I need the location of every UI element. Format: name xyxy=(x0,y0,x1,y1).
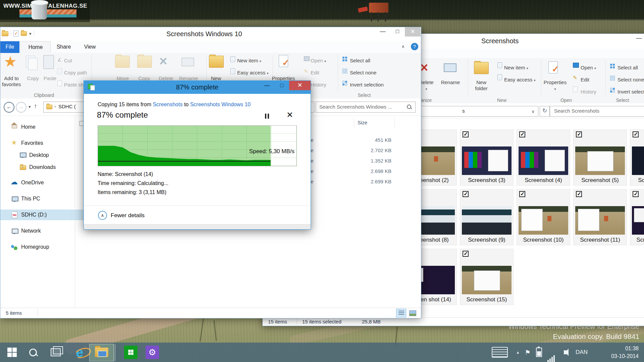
new-folder-button[interactable]: New xyxy=(467,79,496,85)
search-icon[interactable] xyxy=(407,105,411,109)
win2-minimize-button[interactable]: — xyxy=(632,34,644,43)
destination-folder-link[interactable]: Screenshots Windows 10 xyxy=(190,102,251,107)
add-to-favorites-line2[interactable]: favorites xyxy=(0,81,22,87)
win1-minimize-button[interactable]: — xyxy=(375,27,390,37)
source-folder-link[interactable]: Screenshots xyxy=(153,102,183,107)
taskbar-clock[interactable]: 01:38 03-10-2014 xyxy=(595,345,639,360)
cancel-copy-button[interactable]: ✕ xyxy=(286,110,293,120)
tab-view[interactable]: View xyxy=(77,41,102,53)
up-button[interactable]: ↑ xyxy=(34,103,37,110)
checkbox-checked[interactable] xyxy=(519,191,525,197)
help-icon[interactable]: ? xyxy=(411,43,418,50)
select-all-button[interactable]: Select all xyxy=(618,65,638,70)
task-view-button[interactable] xyxy=(48,343,64,362)
action-center-flag-icon[interactable]: ⚑ xyxy=(523,343,533,362)
tab-home[interactable]: Home xyxy=(20,41,51,53)
network-signal-icon[interactable] xyxy=(546,343,557,362)
ribbon-collapse-chevron-icon[interactable]: ∧ xyxy=(401,44,405,49)
copy-path-button: Copy path xyxy=(64,70,87,75)
rename-button[interactable]: Rename xyxy=(438,79,463,85)
add-to-favorites-button[interactable]: Add to xyxy=(0,75,22,81)
thumbnail-view-button[interactable] xyxy=(408,309,418,317)
file-explorer-button[interactable] xyxy=(93,343,111,362)
checkbox-checked[interactable] xyxy=(576,131,582,137)
explorer-window-icon[interactable] xyxy=(2,31,8,36)
win1-title: Screenshots Windows 10 xyxy=(166,30,242,38)
win1-maximize-button[interactable]: □ xyxy=(390,27,405,37)
qat-customize-dropdown[interactable]: ▾ xyxy=(29,31,32,36)
language-indicator[interactable]: DAN xyxy=(572,343,591,362)
checkbox-checked[interactable] xyxy=(576,191,582,197)
dialog-maximize-button[interactable]: □ xyxy=(274,81,289,90)
easy-access-button[interactable]: Easy access ▾ xyxy=(237,70,268,75)
tab-share[interactable]: Share xyxy=(51,41,77,53)
search-input[interactable]: Search Screenshots Windows ... xyxy=(316,102,416,113)
win1-titlebar[interactable]: ✓ ▾ Screenshots Windows 10 — □ ✕ xyxy=(0,27,421,41)
dialog-titlebar[interactable]: 87% complete — □ ✕ xyxy=(84,81,311,94)
file-tile-screenshot-15[interactable]: Screenshot (15) xyxy=(460,249,514,305)
pause-button[interactable] xyxy=(264,114,270,120)
checkbox-checked[interactable] xyxy=(633,131,639,137)
tab-file[interactable]: File xyxy=(0,41,19,53)
start-button[interactable] xyxy=(4,343,20,362)
file-tile-screenshot-5[interactable]: Screenshot (5) xyxy=(573,129,627,186)
thumbnail-image xyxy=(575,206,625,235)
volume-icon[interactable] xyxy=(559,343,571,362)
thumbnail-image xyxy=(462,206,512,235)
file-tile-screenshot-9[interactable]: Screenshot (9) xyxy=(460,189,514,245)
battery-icon[interactable] xyxy=(534,343,544,362)
file-row-size: 2.698 KB xyxy=(349,168,391,174)
easy-access-button[interactable]: Easy access ▾ xyxy=(504,77,535,82)
coffee-mug-image xyxy=(32,2,47,19)
store-button[interactable] xyxy=(123,343,139,362)
favorites-star-icon: ★ xyxy=(11,138,17,146)
history-dropdown-icon[interactable]: ▾ xyxy=(29,104,31,109)
fewer-details-label[interactable]: Fewer details xyxy=(111,212,145,219)
back-button[interactable]: ← xyxy=(4,102,14,113)
internet-explorer-button[interactable]: e xyxy=(70,343,89,362)
new-item-button[interactable]: New item ▾ xyxy=(237,58,261,63)
win1-close-button[interactable]: ✕ xyxy=(405,27,421,37)
file-tile-screenshot-12[interactable]: Screenshot (12) xyxy=(630,189,644,245)
file-tile-screenshot-3[interactable]: Screenshot (3) xyxy=(460,129,514,186)
qat-properties-icon[interactable]: ✓ xyxy=(13,31,18,37)
checkbox-checked[interactable] xyxy=(463,131,469,137)
tray-expand-button[interactable]: ▲ xyxy=(513,343,523,362)
invert-selection-button[interactable]: Invert selection xyxy=(618,89,644,95)
taskbar-search-button[interactable] xyxy=(25,343,40,362)
file-tile-screenshot-4[interactable]: Screenshot (4) xyxy=(517,129,570,186)
qat-new-folder-icon[interactable] xyxy=(21,31,27,36)
settings-button[interactable]: ⚙ xyxy=(144,343,160,362)
new-item-button[interactable]: New item ▾ xyxy=(504,65,528,70)
open-button[interactable]: Open ▾ xyxy=(581,65,596,70)
select-none-button[interactable]: Select none xyxy=(350,70,376,75)
file-tile-screenshot-6[interactable]: Screenshot (6) xyxy=(630,129,644,186)
touch-keyboard-button[interactable] xyxy=(490,343,509,362)
select-all-button[interactable]: Select all xyxy=(350,58,370,63)
file-tile-screenshot-11[interactable]: Screenshot (11) xyxy=(573,189,627,245)
refresh-button[interactable]: ↻ xyxy=(540,106,550,117)
column-header-size[interactable]: Size xyxy=(354,118,395,128)
file-tile-screenshot-10[interactable]: Screenshot (10) xyxy=(517,189,570,245)
details-view-button[interactable] xyxy=(396,309,406,317)
properties-button[interactable]: Properties xyxy=(541,79,569,85)
edit-button[interactable]: Edit xyxy=(581,77,589,82)
invert-selection-button[interactable]: Invert selection xyxy=(350,82,384,87)
properties-dropdown[interactable]: ▾ xyxy=(541,85,569,91)
chevron-down-icon[interactable]: ∨ xyxy=(531,109,535,114)
search-input[interactable]: Search Screenshots xyxy=(550,106,644,117)
win1-tabrow: File Home Share View ∧ ? xyxy=(0,41,421,53)
select-none-button[interactable]: Select none xyxy=(618,77,644,82)
checkbox-checked[interactable] xyxy=(633,191,639,197)
new-folder-button-line2[interactable]: folder xyxy=(467,85,496,91)
dialog-minimize-button[interactable]: — xyxy=(260,81,274,90)
checkbox-checked[interactable] xyxy=(519,131,525,137)
checkbox-checked[interactable] xyxy=(463,251,469,257)
checkbox-checked[interactable] xyxy=(463,191,469,197)
dialog-close-button[interactable]: ✕ xyxy=(289,81,311,90)
fewer-details-button[interactable]: ∧ xyxy=(98,211,107,220)
new-folder-icon xyxy=(209,56,224,68)
new-item-icon xyxy=(230,56,235,62)
forward-button[interactable]: → xyxy=(16,102,26,113)
group-clipboard: Clipboard xyxy=(20,93,67,98)
